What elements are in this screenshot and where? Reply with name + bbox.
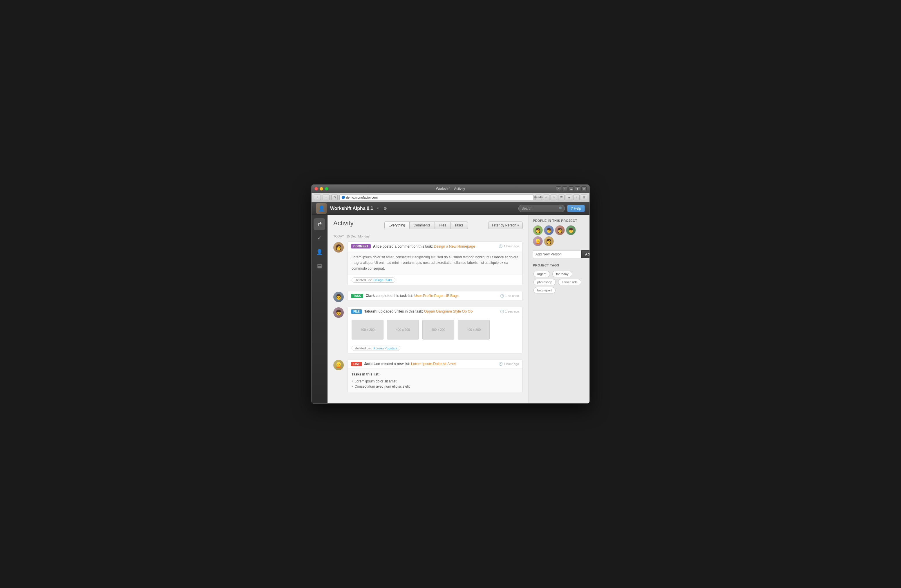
win-zoom-icon[interactable]: ⤢	[556, 187, 561, 191]
settings-gear-icon[interactable]: ⚙	[383, 206, 387, 211]
tools-btn[interactable]: ⊞	[581, 194, 587, 200]
comment-body: Lorem ipsum dolor sit amet, consectetur …	[348, 251, 522, 275]
window-controls-right: ⤢ ↑ ☁ ⬆ ⚙	[556, 187, 586, 191]
task-header: TASK Clark completed this task list: Use…	[348, 291, 522, 301]
app-title-arrow-icon[interactable]: ▾	[377, 207, 379, 210]
activity-item-task: 👨 TASK Clark completed this task list: U…	[333, 291, 523, 304]
title-bar: Workshift – Activity ⤢ ↑ ☁ ⬆ ⚙	[312, 185, 589, 193]
tag-urgent[interactable]: urgent	[533, 271, 550, 277]
minimize-button[interactable]	[320, 187, 323, 190]
person-avatar-6[interactable]: 👩	[544, 236, 554, 246]
win-settings-icon[interactable]: ⚙	[581, 187, 586, 191]
sidebar: ⇄ ✓ 👤 ▤	[312, 215, 327, 403]
list-link[interactable]: Lorem Ipsum Dolor sit Amet	[411, 362, 456, 366]
comment-related-link[interactable]: Design Tasks	[373, 278, 392, 282]
task-time: 🕐 1 sn once	[500, 294, 519, 298]
avatar-clark: 👨	[333, 292, 344, 302]
add-person-input[interactable]	[533, 250, 581, 258]
list-body: Tasks in this list: • Lorem ipsum dolor …	[348, 369, 522, 393]
tab-tasks[interactable]: Tasks	[450, 221, 468, 229]
sidebar-item-people[interactable]: 👤	[313, 246, 325, 258]
file-image-4[interactable]: 400 x 200	[458, 320, 489, 339]
list-card: LIST Jade Lee created a new list: Lorem …	[347, 359, 523, 393]
right-panel: PEOPLE IN THIS PROJECT 👩 👨 👩 👦 👱 👩 Add P…	[528, 215, 589, 403]
add-person-button[interactable]: Add	[581, 250, 589, 258]
tag-server-side[interactable]: server side	[558, 279, 581, 285]
activity-item-comment: 👩 COMMENT Alice posted a comment on this…	[333, 241, 523, 288]
address-bar[interactable]: 🔵 demo.monofactor.com	[340, 194, 534, 200]
file-related-link[interactable]: Korean Popstars	[373, 347, 397, 350]
sidebar-item-files[interactable]: ▤	[313, 260, 325, 272]
activity-item-list: 👱 LIST Jade Lee created a new list: Lore…	[333, 359, 523, 396]
date-separator: TODAY 15 Dec, Monday	[333, 235, 523, 238]
file-image-1[interactable]: 400 x 200	[352, 320, 383, 339]
file-time: 🕐 1 sec ago	[500, 310, 519, 313]
search-icon[interactable]: 🔍	[559, 207, 563, 210]
bookmark-btn[interactable]: ♡	[550, 194, 557, 200]
file-card: FILE Takashi uploaded 5 files in this ta…	[347, 307, 523, 353]
app-header: 👤 Workshift Alpha 0.1 ▾ ⚙ 🔍 ? Help	[312, 202, 589, 215]
sidebar-item-activity[interactable]: ⇄	[313, 218, 325, 230]
bullet-icon-2: •	[352, 384, 353, 389]
search-input[interactable]	[518, 205, 565, 212]
main-wrapper: ⇄ ✓ 👤 ▤ Activity Everything Comments Fil…	[312, 215, 589, 403]
list-task-item-2: • Consectatum avec num elipiscis elit	[352, 384, 518, 389]
readinglist-btn[interactable]: ☰	[558, 194, 564, 200]
file-related-list: Related List: Korean Popstars	[348, 343, 522, 353]
sidebar-item-tasks[interactable]: ✓	[313, 232, 325, 244]
people-row: 👩 👨 👩 👦 👱 👩	[533, 225, 585, 246]
comment-time: 🕐 1 hour ago	[499, 244, 519, 248]
page-title: Activity	[333, 219, 354, 227]
person-avatar-4[interactable]: 👦	[566, 225, 576, 235]
tag-photoshop[interactable]: photoshop	[533, 279, 556, 285]
avatar-takashi: 👦	[333, 307, 344, 318]
activity-item-file: 👦 FILE Takashi uploaded 5 files in this …	[333, 307, 523, 356]
close-button[interactable]	[315, 187, 318, 190]
file-task-link[interactable]: Oppan Gangnam Style Op Op	[424, 310, 472, 313]
reader-btn[interactable]: Reader	[536, 194, 542, 200]
maximize-button[interactable]	[325, 187, 328, 190]
cloud2-btn[interactable]: ☁	[566, 194, 572, 200]
header-search: 🔍 ? Help	[518, 205, 585, 212]
list-task-text-1: Lorem ipsum dolor sit amet	[354, 379, 396, 383]
list-task-item-1: • Lorem ipsum dolor sit amet	[352, 379, 518, 384]
file-image-2[interactable]: 400 x 200	[387, 320, 419, 339]
file-header: FILE Takashi uploaded 5 files in this ta…	[348, 307, 522, 316]
file-image-3[interactable]: 400 x 200	[422, 320, 454, 339]
person-avatar-3[interactable]: 👩	[555, 225, 565, 235]
list-badge: LIST	[351, 362, 362, 366]
refresh-button[interactable]: ↻	[331, 194, 338, 200]
tags-section: urgent for today photoshop server side b…	[533, 270, 585, 294]
tab-everything[interactable]: Everything	[384, 221, 410, 229]
traffic-lights	[315, 187, 328, 190]
app-window: Workshift – Activity ⤢ ↑ ☁ ⬆ ⚙ ‹ › ↻ 🔵 d…	[311, 184, 590, 404]
back-button[interactable]: ‹	[314, 194, 321, 200]
browser-bar: ‹ › ↻ 🔵 demo.monofactor.com Reader ⤢ ♡ ☰…	[312, 193, 589, 202]
tab-files[interactable]: Files	[435, 221, 450, 229]
file-badge: FILE	[351, 310, 362, 314]
bullet-icon: •	[352, 379, 353, 383]
task-list-link[interactable]: User Profile Page - IE Bugs	[414, 294, 458, 298]
win-share-icon[interactable]: ↑	[562, 187, 567, 191]
win-export-icon[interactable]: ⬆	[575, 187, 580, 191]
help-button[interactable]: ? Help	[567, 205, 585, 212]
fullscreen-btn[interactable]: ⤢	[543, 194, 549, 200]
person-avatar-1[interactable]: 👩	[533, 225, 543, 235]
filter-by-person-button[interactable]: Filter by Person ▾	[488, 221, 523, 229]
person-avatar-2[interactable]: 👨	[544, 225, 554, 235]
list-tasks-title: Tasks in this list:	[352, 372, 518, 376]
share-btn[interactable]: ↑	[573, 194, 580, 200]
tags-section-title: PROJECT TAGS	[533, 264, 585, 267]
forward-button[interactable]: ›	[323, 194, 329, 200]
task-description: Clark completed this task list: User Pro…	[365, 294, 498, 298]
tab-comments[interactable]: Comments	[409, 221, 435, 229]
avatar-alice: 👩	[333, 242, 344, 252]
comment-card: COMMENT Alice posted a comment on this t…	[347, 241, 523, 285]
person-avatar-5[interactable]: 👱	[533, 236, 543, 246]
comment-task-link[interactable]: Design a New Homepage	[434, 244, 475, 249]
list-time: 🕐 1 hour ago	[499, 362, 519, 366]
tag-bug-report[interactable]: bug report	[533, 287, 555, 293]
win-cloud-icon[interactable]: ☁	[569, 187, 574, 191]
avatar-jade: 👱	[333, 360, 344, 370]
tag-for-today[interactable]: for today	[552, 271, 572, 277]
